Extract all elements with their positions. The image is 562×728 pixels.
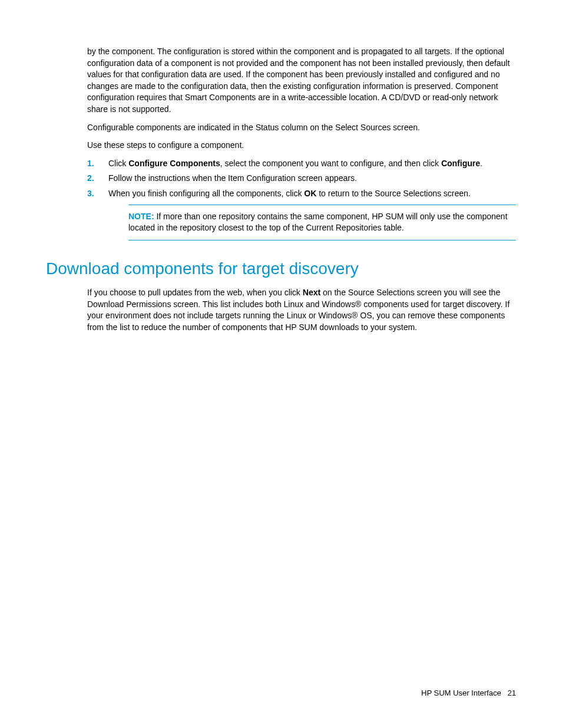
footer-page-number: 21 [508,689,516,697]
page-content: by the component. The configuration is s… [87,46,516,333]
step-bold-2: Configure [441,159,480,168]
section-paragraph: If you choose to pull updates from the w… [87,287,516,333]
page-footer: HP SUM User Interface 21 [421,688,516,699]
step-text: Follow the instructions when the Item Co… [108,173,357,183]
step-bold-1: OK [304,189,316,198]
section-text-pre: If you choose to pull updates from the w… [87,288,303,297]
note-text: If more than one repository contains the… [128,212,507,233]
note-label: NOTE: [128,212,154,221]
step-number: 2. [87,173,94,185]
step-text-post: . [480,159,482,168]
step-text-mid: , select the component you want to confi… [220,159,441,168]
step-2: 2. Follow the instructions when the Item… [87,173,516,185]
step-3: 3. When you finish configuring all the c… [87,188,516,200]
step-text-post: to return to the Source Selections scree… [316,189,470,198]
section-bold-1: Next [303,288,320,297]
steps-list: 1. Click Configure Components, select th… [87,158,516,200]
note-box: NOTE: If more than one repository contai… [128,205,516,241]
step-number: 3. [87,188,94,200]
section-heading: Download components for target discovery [46,257,516,280]
intro-paragraph: by the component. The configuration is s… [87,46,516,116]
paragraph-3: Use these steps to configure a component… [87,140,516,151]
step-text-pre: When you finish configuring all the comp… [108,189,304,198]
footer-title: HP SUM User Interface [421,689,501,697]
step-1: 1. Click Configure Components, select th… [87,158,516,170]
step-bold-1: Configure Components [128,159,220,168]
paragraph-2: Configurable components are indicated in… [87,122,516,134]
step-number: 1. [87,158,94,170]
step-text-pre: Click [108,159,128,168]
